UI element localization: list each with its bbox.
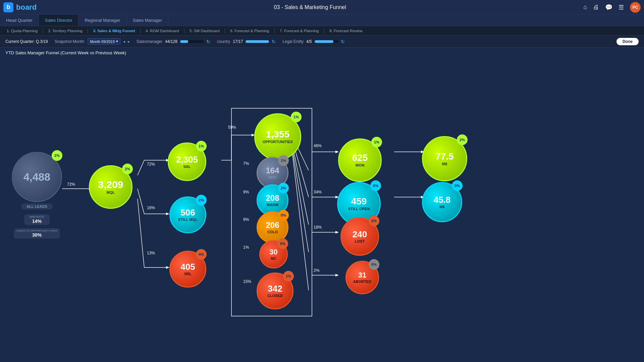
divider4: | [183, 28, 185, 34]
chart-title: YTD Sales Manager Funnel (Current Week v… [0, 48, 644, 58]
pct-opp-lost: 18% [314, 225, 322, 230]
svg-line-19 [292, 145, 309, 252]
still-mql-badge: 2% [196, 195, 207, 205]
nav-tab-hq[interactable]: Head Quarter [0, 15, 39, 26]
nav-tab-sm[interactable]: Sales Manager [127, 15, 168, 26]
sub-tab-rgm[interactable]: 4. RGM Dashboard [142, 27, 183, 35]
mql-label: MQL [107, 190, 115, 194]
srl-value: 405 [180, 262, 195, 271]
divider1: | [42, 28, 44, 34]
leads-rate-section: LEADS TO OPPORTUNITY RATE 30% [14, 227, 60, 239]
pct-opp-won: 46% [314, 143, 322, 148]
sub-tab-forecast7[interactable]: 7. Forecast & Planning [276, 27, 323, 35]
top-bar: b board 03 - Sales & Marketing Funnel ⌂ … [0, 0, 644, 15]
lost-label: LOST [355, 239, 365, 243]
still-mql-node[interactable]: 2% 506 Still MQL [169, 196, 206, 233]
country-filter[interactable]: country 17/17 ↻ [217, 39, 276, 44]
still-mql-label: Still MQL [178, 218, 198, 222]
sub-tab-territory[interactable]: 2. Territory Planning [44, 27, 87, 35]
still-open-ms-badge: 0% [452, 180, 463, 191]
svg-marker-10 [166, 266, 169, 269]
mql-badge: 2% [122, 164, 133, 174]
sub-tab-sm-dash[interactable]: 5. SM Dashboard [185, 27, 224, 35]
country-refresh-icon[interactable]: ↻ [272, 39, 276, 44]
divider3: | [140, 28, 141, 34]
still-open-label: STILL OPEN [348, 207, 370, 211]
next-arrow-icon[interactable]: ▸ [128, 39, 130, 44]
current-quarter-value: Current Quarter: Q.3/19 [5, 39, 48, 44]
won-value: 625 [352, 153, 368, 163]
legal-entity-refresh-icon[interactable]: ↻ [341, 39, 345, 44]
opportunities-node[interactable]: 1% 1,355 Opportunities [254, 113, 301, 160]
closed-value: 342 [268, 284, 282, 293]
lost-node[interactable]: 2% 240 LOST [340, 217, 379, 256]
country-value: 17/17 [233, 39, 243, 44]
nav-tab-sd[interactable]: Sales Director [39, 15, 79, 26]
pct-opp-warm: 9% [243, 190, 249, 194]
still-open-ms-node[interactable]: 0% 45.8 M$ [422, 182, 462, 222]
lost-value: 240 [353, 230, 367, 239]
cold-value: 206 [266, 221, 279, 229]
chat-icon[interactable]: 💬 [605, 4, 612, 11]
aborted-label: ABORTED [353, 280, 371, 284]
sal-value: 2,305 [176, 155, 198, 164]
win-rate-label: WIN RATE [30, 215, 44, 219]
won-ms-label: M$ [442, 162, 447, 166]
closed-node[interactable]: 1% 342 CLOSED [257, 273, 293, 309]
home-icon[interactable]: ⌂ [583, 4, 587, 11]
printer-icon[interactable]: 🖨 [593, 4, 599, 11]
legal-entity-value: 4/5 [306, 39, 312, 44]
sub-tab-forecast6[interactable]: 6. Forecast & Planning [226, 27, 273, 35]
svg-marker-7 [166, 213, 169, 215]
avatar[interactable]: PC [630, 2, 641, 13]
salesmanager-filter[interactable]: Salesmanager 44/128 ↻ [137, 39, 210, 44]
win-rate-value: 14% [30, 219, 44, 224]
aborted-value: 31 [358, 272, 366, 279]
filter-bar: Current Quarter: Q.3/19 Snapshot Month: … [0, 36, 644, 48]
srl-label: SRL [184, 272, 192, 276]
legal-entity-filter[interactable]: Legal Entity 4/5 ↻ [282, 39, 344, 44]
country-label: country [217, 39, 230, 44]
won-ms-node[interactable]: 2% 77.5 M$ [422, 136, 467, 181]
cold-label: Cold [267, 230, 278, 234]
mql-node[interactable]: 2% 3,209 MQL [89, 165, 132, 209]
pct-opp-aborted: 2% [314, 268, 319, 273]
sub-tab-sales-mktg[interactable]: 3. Sales & Mktg Funnel [89, 27, 139, 35]
sub-tab-forecast8[interactable]: 8. Forecast Review [325, 27, 366, 35]
mql-value: 3,209 [98, 180, 123, 190]
snapshot-select[interactable]: Month 09/2019 ▾ [88, 38, 120, 45]
menu-icon[interactable]: ☰ [619, 4, 624, 11]
divider6: | [274, 28, 275, 34]
sub-tab-quota[interactable]: 1. Quota Planning [3, 27, 42, 35]
pct-opp-stillopen: 34% [314, 190, 322, 194]
divider5: | [224, 28, 226, 34]
srl-node[interactable]: 4% 405 SRL [169, 251, 206, 288]
all-leads-label-box: ALL LEADS [21, 203, 53, 209]
won-node[interactable]: 1% 625 WON [338, 138, 382, 182]
salesmanager-refresh-icon[interactable]: ↻ [206, 39, 210, 44]
pct-opp-closed: 15% [243, 279, 251, 284]
all-leads-node[interactable]: 2% 4,488 ALL LEADS WIN RATE 14% LEADS TO… [7, 152, 67, 239]
lost-badge: 2% [369, 216, 379, 226]
sal-badge: 1% [196, 141, 207, 152]
cold-badge: 0% [278, 210, 289, 221]
nc-node[interactable]: 0% 30 NC [259, 240, 288, 268]
done-button[interactable]: Done [616, 38, 639, 45]
svg-marker-29 [335, 274, 339, 277]
all-leads-value: 4,488 [23, 172, 50, 182]
still-open-badge: 0% [370, 180, 381, 191]
pct-opp-hot: 7% [243, 161, 249, 166]
srl-badge: 4% [196, 249, 207, 260]
funnel-canvas: 72% 72% 16% 13% 59% 7% 9% 9% 1% 15% 46% … [0, 58, 644, 329]
prev-arrow-icon[interactable]: ◂ [123, 39, 125, 44]
snapshot-filter[interactable]: Snapshot Month: Month 09/2019 ▾ ◂ ▸ [55, 38, 130, 45]
aborted-node[interactable]: 0% 31 ABORTED [345, 261, 379, 294]
nav-tab-rm[interactable]: Regional Manager [78, 15, 126, 26]
hot-value: 164 [266, 167, 279, 175]
svg-line-5 [138, 189, 144, 214]
logo-b-icon: b [3, 2, 13, 12]
pct-mql-stillmql: 16% [147, 205, 155, 210]
sal-node[interactable]: 1% 2,305 SAL [168, 142, 206, 181]
opp-value: 1,355 [266, 130, 289, 139]
sub-nav: 1. Quota Planning | 2. Territory Plannin… [0, 26, 644, 36]
